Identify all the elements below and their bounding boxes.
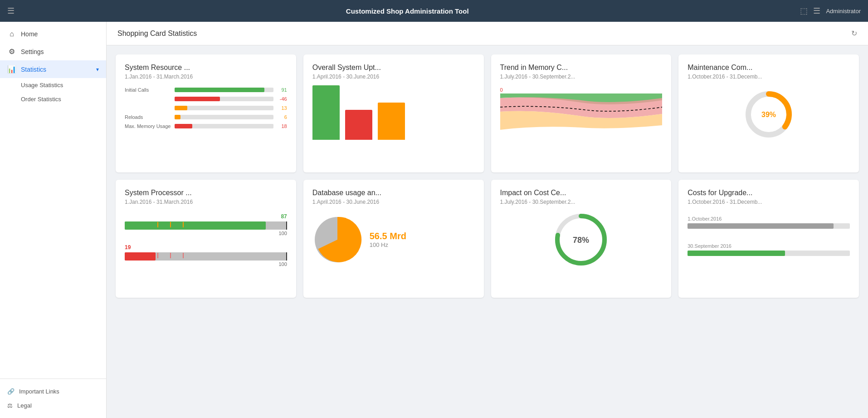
card-system-processor: System Processor ... 1.Jan.2016 - 31.Mar… <box>116 180 296 298</box>
sidebar-item-home[interactable]: ⌂ Home <box>0 25 106 43</box>
card-costs-date: 1.October.2016 - 31.Decemb... <box>688 199 850 205</box>
bar-container-4 <box>175 115 273 119</box>
bar-fill-4 <box>175 115 180 119</box>
bullet-1-value: 87 <box>281 213 287 220</box>
gantt-spacer <box>688 234 850 243</box>
bar-value-3: 13 <box>273 105 287 111</box>
user-label: Administrator <box>826 8 861 15</box>
trend-area-chart: 0 July.2016 Septembe <box>500 87 663 142</box>
card-system-resource: System Resource ... 1.Jan.2016 - 31.Marc… <box>116 54 296 172</box>
card-trend-title: Trend in Memory C... <box>500 64 663 72</box>
settings-icon: ⚙ <box>7 47 16 56</box>
bullet-2-track <box>125 252 287 261</box>
card-database-title: Database usage an... <box>312 189 475 197</box>
card-impact-cost: Impact on Cost Ce... 1.July.2016 - 30.Se… <box>491 180 672 298</box>
sidebar-sub-order-statistics[interactable]: Order Statistics <box>0 92 106 106</box>
bullet-chart-1: 87 100 <box>125 221 287 236</box>
header-right: ⬚ ☰ Administrator <box>800 6 861 16</box>
card-overall-system: Overall System Upt... 1.April.2016 - 30.… <box>303 54 484 172</box>
card-trend-memory: Trend in Memory C... 1.July.2016 - 30.Se… <box>491 54 672 172</box>
costs-gantt-container: 1.October.2016 30.September 2016 <box>688 212 850 265</box>
marker-2 <box>170 222 171 227</box>
sidebar-item-statistics[interactable]: 📊 Statistics ▾ <box>0 60 106 78</box>
marker-3 <box>183 222 184 227</box>
bar-value-5: 18 <box>273 123 287 129</box>
card-maintenance: Maintenance Com... 1.October.2016 - 31.D… <box>678 54 859 172</box>
sidebar-item-home-label: Home <box>21 30 38 38</box>
bar-row-3: 13 <box>125 105 287 111</box>
main-layout: ⌂ Home ⚙ Settings 📊 Statistics ▾ Usage S… <box>0 22 868 418</box>
bar-row-reloads: Reloads 6 <box>125 114 287 120</box>
svg-text:39%: 39% <box>761 111 776 118</box>
sidebar-item-statistics-label: Statistics <box>21 66 46 73</box>
card-impact-date: 1.July.2016 - 30.September.2... <box>500 199 663 205</box>
sidebar-item-settings[interactable]: ⚙ Settings <box>0 43 106 60</box>
bar-value-1: 91 <box>273 87 287 93</box>
chat-icon[interactable]: ☰ <box>813 6 820 16</box>
gantt-row-1: 1.October.2016 <box>688 216 850 229</box>
sidebar-item-settings-label: Settings <box>21 48 44 55</box>
content-body: System Resource ... 1.Jan.2016 - 31.Marc… <box>107 45 868 307</box>
bullet-2-target-label: 100 <box>125 261 287 267</box>
legal-icon: ⚖ <box>7 402 13 409</box>
card-system-resource-title: System Resource ... <box>125 64 287 72</box>
order-statistics-label: Order Statistics <box>21 96 61 103</box>
content-header: Shopping Card Statistics ↻ <box>107 22 868 45</box>
chevron-down-icon: ▾ <box>96 66 99 73</box>
sidebar-item-important-links[interactable]: 🔗 Important Links <box>0 384 106 398</box>
overall-column-chart <box>312 87 475 142</box>
bar-fill-2 <box>175 97 220 101</box>
card-overall-date: 1.April.2016 - 30.June.2016 <box>312 74 475 80</box>
database-pie-svg <box>312 215 362 265</box>
gantt-bar-fill-1 <box>688 223 834 229</box>
marker-b1 <box>157 253 158 258</box>
bar-row-initial-calls: Initial Calls 91 <box>125 87 287 93</box>
bar-value-4: 6 <box>273 114 287 120</box>
bullet-2-target-line <box>286 252 287 261</box>
bullet-1-track <box>125 221 287 230</box>
bar-row-memory: Max. Memory Usage 18 <box>125 123 287 129</box>
bar-fill-5 <box>175 124 192 128</box>
card-database-date: 1.April.2016 - 30.June.2016 <box>312 199 475 205</box>
database-pie-text: 56.5 Mrd 100 Hz <box>370 231 406 248</box>
maintenance-donut-container: 39% <box>688 87 850 142</box>
card-costs-title: Costs for Upgrade... <box>688 189 850 197</box>
bullet-2-value: 19 <box>125 244 131 251</box>
bullet-1-target-label: 100 <box>125 231 287 236</box>
sidebar-nav: ⌂ Home ⚙ Settings 📊 Statistics ▾ Usage S… <box>0 22 106 379</box>
bullet-1-fill <box>125 221 266 230</box>
content-area: Shopping Card Statistics ↻ System Resour… <box>107 22 868 418</box>
database-value: 56.5 Mrd <box>370 231 406 241</box>
notification-icon[interactable]: ⬚ <box>800 6 808 16</box>
card-costs-upgrade: Costs for Upgrade... 1.October.2016 - 31… <box>678 180 859 298</box>
sidebar-item-legal[interactable]: ⚖ Legal <box>0 398 106 413</box>
col-bar-1 <box>312 85 340 140</box>
gantt-label-2: 30.September 2016 <box>688 243 850 249</box>
card-trend-date: 1.July.2016 - 30.September.2... <box>500 74 663 80</box>
trend-zero-label: 0 <box>500 87 663 93</box>
bar-value-2: -46 <box>273 96 287 102</box>
col-bar-3 <box>378 103 405 140</box>
card-processor-date: 1.Jan.2016 - 31.March.2016 <box>125 199 287 205</box>
bar-fill-3 <box>175 106 187 110</box>
sidebar-sub-usage-statistics[interactable]: Usage Statistics <box>0 78 106 92</box>
card-maintenance-date: 1.October.2016 - 31.Decemb... <box>688 74 850 80</box>
bar-container-5 <box>175 124 273 128</box>
marker-1 <box>157 222 158 227</box>
menu-icon[interactable]: ☰ <box>7 6 15 16</box>
marker-b2 <box>170 253 171 258</box>
marker-b3 <box>183 253 184 258</box>
bullet-1-markers <box>157 224 184 227</box>
bullet-1-target-line <box>286 221 287 230</box>
bar-label-memory: Max. Memory Usage <box>125 123 175 129</box>
card-maintenance-title: Maintenance Com... <box>688 64 850 72</box>
bar-container-3 <box>175 106 273 110</box>
bullet-chart-2: 19 100 <box>125 252 287 267</box>
refresh-icon[interactable]: ↻ <box>851 29 857 38</box>
app-title: Customized Shop Administration Tool <box>346 7 469 15</box>
gantt-row-2: 30.September 2016 <box>688 243 850 256</box>
link-icon: 🔗 <box>7 388 15 395</box>
system-resource-bar-chart: Initial Calls 91 -46 <box>125 87 287 129</box>
sidebar-footer: 🔗 Important Links ⚖ Legal <box>0 379 106 418</box>
gantt-bar-bg-1 <box>688 223 850 229</box>
